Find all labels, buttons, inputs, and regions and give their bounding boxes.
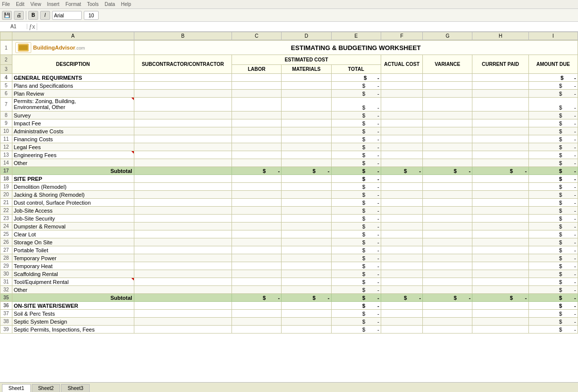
sheet-tab-2[interactable]: Sheet2 <box>32 384 60 392</box>
menu-edit[interactable]: Edit <box>16 1 24 7</box>
label-septic-design[interactable]: Septic System Design <box>12 318 134 326</box>
label-demolition[interactable]: Demolition (Remodel) <box>12 183 134 191</box>
label-jacking-shoring[interactable]: Jacking & Shoring (Remodel) <box>12 191 134 199</box>
row-13: 13 Engineering Fees $ - $ - <box>0 151 578 159</box>
label-temp-heat[interactable]: Temporary Heat <box>12 262 134 270</box>
col-header-i[interactable]: I <box>528 32 578 40</box>
menu-tools[interactable]: Tools <box>87 1 99 7</box>
row-10: 10 Administrative Costs $ - $ - <box>0 127 578 135</box>
label-survey[interactable]: Survey <box>12 112 134 119</box>
row-1: 1 BuildingAdvisor.com ESTIMA <box>0 41 578 55</box>
label-tool-equipment[interactable]: Tool/Equipment Rental <box>12 278 134 286</box>
label-septic-permits[interactable]: Septic Permits, Inspections, Fees <box>12 326 134 334</box>
row-36-water-sewer: 36 ON-SITE WATER/SEWER $ - $ - <box>0 302 578 310</box>
header-actual-cost: ACTUAL COST <box>381 55 422 74</box>
row-7: 7 Permits: Zoning, Building,Environmenta… <box>0 98 578 112</box>
row-37: 37 Soil & Perc Tests $ - $ - <box>0 310 578 318</box>
cell-reference[interactable]: A1 <box>0 24 27 29</box>
header-labor: LABOR <box>232 65 282 74</box>
menu-help[interactable]: Help <box>121 1 131 7</box>
row-num-2: 2 <box>0 55 12 65</box>
col-header-d[interactable]: D <box>282 32 331 40</box>
col-header-blank <box>0 32 12 40</box>
row-12: 12 Legal Fees $ - $ - <box>0 143 578 151</box>
toolbar-print[interactable]: 🖨 <box>14 11 24 20</box>
row-21: 21 Dust control, Surface Protection $ - … <box>0 199 578 207</box>
label-legal-fees[interactable]: Legal Fees <box>12 143 134 151</box>
toolbar-italic[interactable]: I <box>40 11 50 20</box>
spreadsheet-wrapper: File Edit View Insert Format Tools Data … <box>0 0 578 392</box>
label-permits[interactable]: Permits: Zoning, Building,Environmental,… <box>12 98 134 112</box>
col-header-a[interactable]: A <box>12 32 134 40</box>
menu-data[interactable]: Data <box>105 1 115 7</box>
row-23: 23 Job-Site Security $ - $ - <box>0 215 578 223</box>
label-impact-fee[interactable]: Impact Fee <box>12 119 134 127</box>
toolbar-save[interactable]: 💾 <box>2 11 12 20</box>
logo-icon <box>15 42 31 53</box>
menu-file[interactable]: File <box>2 1 10 7</box>
header-total: TOTAL <box>331 65 381 74</box>
row-32: 32 Other $ - $ - <box>0 286 578 294</box>
row-22: 22 Job-Site Access $ - $ - <box>0 207 578 215</box>
col-header-e[interactable]: E <box>331 32 381 40</box>
header-current-paid: CURRENT PAID <box>472 55 528 74</box>
subtotal-label-1[interactable]: Subtotal <box>12 167 134 175</box>
col-header-f[interactable]: F <box>381 32 422 40</box>
row-38: 38 Septic System Design $ - $ - <box>0 318 578 326</box>
row-29: 29 Temporary Heat $ - $ - <box>0 262 578 270</box>
label-temp-power[interactable]: Temporary Power <box>12 254 134 262</box>
sheet-tab-3[interactable]: Sheet3 <box>61 384 90 392</box>
row-26: 26 Storage On Site $ - $ - <box>0 238 578 246</box>
label-soil-perc[interactable]: Soil & Perc Tests <box>12 310 134 318</box>
label-portable-toilet[interactable]: Portable Toilet <box>12 246 134 254</box>
subtotal-label-2[interactable]: Subtotal <box>12 294 134 302</box>
spreadsheet-body: 1 BuildingAdvisor.com ESTIMA <box>0 40 578 334</box>
row-27: 27 Portable Toilet $ - $ - <box>0 246 578 254</box>
row-20: 20 Jacking & Shoring (Remodel) $ - $ - <box>0 191 578 199</box>
row-4-general-req: 4 GENERAL REQUIRMENTS $ - $ - <box>0 74 578 82</box>
label-storage-on-site[interactable]: Storage On Site <box>12 238 134 246</box>
sheet-tabs: Sheet1 Sheet2 Sheet3 <box>0 382 578 392</box>
label-job-site-security[interactable]: Job-Site Security <box>12 215 134 223</box>
header-estimated-cost: ESTIMATED COST <box>232 55 381 65</box>
comment-marker <box>131 98 134 100</box>
header-amount-due: AMOUNT DUE <box>528 55 578 74</box>
label-other-2[interactable]: Other <box>12 286 134 294</box>
label-scaffolding[interactable]: Scaffolding Rental <box>12 270 134 278</box>
label-plan-review[interactable]: Plan Review <box>12 90 134 98</box>
label-other-1[interactable]: Other <box>12 159 134 167</box>
formula-icon: ƒx <box>27 23 37 30</box>
menu-format[interactable]: Format <box>65 1 81 7</box>
header-materials: MATERIALS <box>282 65 331 74</box>
font-size[interactable]: 10 <box>84 11 99 20</box>
label-engineering-fees[interactable]: Engineering Fees <box>12 151 134 159</box>
col-header-b[interactable]: B <box>134 32 231 40</box>
row-28: 28 Temporary Power $ - $ - <box>0 254 578 262</box>
row-31: 31 Tool/Equipment Rental $ - $ - <box>0 278 578 286</box>
comment-marker-31 <box>131 278 134 280</box>
label-dust-control[interactable]: Dust control, Surface Protection <box>12 199 134 207</box>
worksheet-title: ESTIMATING & BUDGETING WORKSHEET <box>136 44 576 52</box>
logo-text: BuildingAdvisor.com <box>33 45 85 51</box>
col-header-h[interactable]: H <box>472 32 528 40</box>
row-11: 11 Financing Costs $ - $ - <box>0 135 578 143</box>
row-19: 19 Demolition (Remodel) $ - $ - <box>0 183 578 191</box>
label-plans-specs[interactable]: Plans and Specifications <box>12 82 134 90</box>
font-name[interactable]: Arial <box>52 11 82 20</box>
row-9: 9 Impact Fee $ - $ - <box>0 119 578 127</box>
menu-insert[interactable]: Insert <box>47 1 59 7</box>
label-water-sewer[interactable]: ON-SITE WATER/SEWER <box>12 302 134 310</box>
col-header-c[interactable]: C <box>232 32 282 40</box>
sheet-tab-1[interactable]: Sheet1 <box>2 384 31 392</box>
menu-view[interactable]: View <box>30 1 41 7</box>
label-clear-lot[interactable]: Clear Lot <box>12 230 134 238</box>
label-site-prep[interactable]: SITE PREP <box>12 175 134 183</box>
label-admin-costs[interactable]: Administrative Costs <box>12 127 134 135</box>
label-dumpster[interactable]: Dumpster & Removal <box>12 223 134 230</box>
label-job-site-access[interactable]: Job-Site Access <box>12 207 134 215</box>
col-header-g[interactable]: G <box>423 32 472 40</box>
label-general-requirements[interactable]: GENERAL REQUIRMENTS <box>12 74 134 82</box>
toolbar-bold[interactable]: B <box>28 11 38 20</box>
label-financing-costs[interactable]: Financing Costs <box>12 135 134 143</box>
row-num-3: 3 <box>0 65 12 74</box>
